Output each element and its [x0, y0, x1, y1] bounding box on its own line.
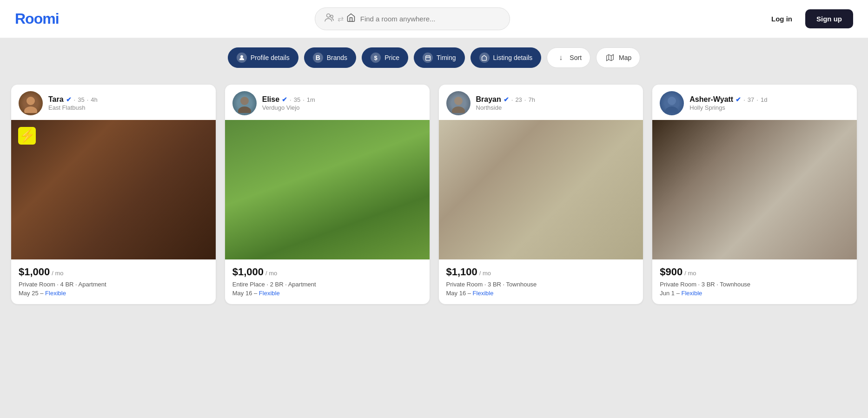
- listing-image-elise: [225, 120, 430, 259]
- dates-elise: May 16 – Flexible: [232, 290, 422, 297]
- filter-map[interactable]: Map: [596, 47, 640, 68]
- svg-point-10: [27, 97, 35, 105]
- listing-card-asher[interactable]: Asher-Wyatt ✔ · 37 · 1d Holly Springs $9…: [652, 85, 857, 304]
- map-icon: [605, 53, 615, 63]
- filter-brands-label: Brands: [327, 54, 347, 61]
- price-brayan: $1,100: [446, 266, 477, 278]
- svg-point-17: [665, 106, 678, 113]
- age-elise: 35: [294, 96, 300, 103]
- profile-icon: [237, 53, 247, 63]
- filter-bar: Profile details B Brands $ Price Timing …: [0, 38, 868, 77]
- flexible-elise[interactable]: Flexible: [259, 290, 280, 297]
- verified-icon-tara: ✔: [66, 96, 72, 103]
- avatar-brayan: [446, 91, 470, 115]
- filter-profile[interactable]: Profile details: [228, 47, 298, 68]
- type-brayan: Private Room · 3 BR · Townhouse: [446, 281, 636, 288]
- listing-header-tara: Tara ✔ · 35 · 4h East Flatbush: [11, 85, 216, 120]
- user-info-asher: Asher-Wyatt ✔ · 37 · 1d Holly Springs: [689, 95, 767, 111]
- verified-icon-brayan: ✔: [504, 96, 509, 103]
- svg-rect-3: [425, 56, 430, 60]
- listing-details-asher: $900 / mo Private Room · 3 BR · Townhous…: [652, 259, 857, 304]
- listing-header-brayan: Brayan ✔ · 23 · 7h Northside: [439, 85, 643, 120]
- search-bar-icons: ⇄: [325, 13, 356, 25]
- filter-listing-label: Listing details: [493, 54, 533, 61]
- location-asher: Holly Springs: [689, 104, 767, 111]
- listing-header-elise: Elise ✔ · 35 · 1m Verdugo Viejo: [225, 85, 430, 120]
- listing-icon: [479, 53, 490, 63]
- user-name-asher: Asher-Wyatt: [689, 95, 733, 104]
- svg-point-1: [331, 15, 333, 18]
- svg-point-15: [452, 106, 465, 113]
- filter-timing[interactable]: Timing: [414, 47, 465, 68]
- user-name-elise: Elise: [262, 95, 279, 104]
- brands-icon: B: [313, 53, 323, 63]
- listings-grid: Tara ✔ · 35 · 4h East Flatbush $1,000 / …: [0, 77, 868, 323]
- home-icon: [346, 13, 356, 25]
- flexible-tara[interactable]: Flexible: [45, 290, 66, 297]
- location-tara: East Flatbush: [48, 104, 98, 111]
- avatar-asher: [660, 91, 684, 115]
- filter-brands[interactable]: B Brands: [304, 47, 356, 68]
- svg-point-0: [326, 14, 330, 17]
- dates-brayan: May 16 – Flexible: [446, 290, 636, 297]
- listing-card-tara[interactable]: Tara ✔ · 35 · 4h East Flatbush $1,000 / …: [11, 85, 216, 304]
- verified-icon-asher: ✔: [735, 96, 741, 103]
- period-asher: / mo: [684, 270, 696, 277]
- filter-sort[interactable]: ↓ Sort: [547, 47, 590, 68]
- dot-tara: ·: [74, 96, 76, 103]
- user-info-brayan: Brayan ✔ · 23 · 7h Northside: [476, 95, 535, 111]
- filter-profile-label: Profile details: [251, 54, 290, 61]
- age-asher: 37: [748, 96, 754, 103]
- dot2-tara: ·: [87, 96, 89, 103]
- flexible-brayan[interactable]: Flexible: [473, 290, 494, 297]
- type-asher: Private Room · 3 BR · Townhouse: [660, 281, 849, 288]
- filter-price[interactable]: $ Price: [362, 47, 408, 68]
- sort-icon: ↓: [556, 53, 566, 63]
- listing-image-brayan: [439, 120, 643, 259]
- flexible-asher[interactable]: Flexible: [682, 290, 702, 297]
- header: Roomi ⇄ Log in Sign up: [0, 0, 868, 38]
- price-tara: $1,000: [19, 266, 50, 278]
- timing-icon: [423, 53, 433, 63]
- type-elise: Entire Place · 2 BR · Apartment: [232, 281, 422, 288]
- swap-icon: ⇄: [338, 14, 344, 23]
- svg-point-11: [24, 106, 37, 113]
- time-elise: 1m: [307, 96, 315, 103]
- signup-button[interactable]: Sign up: [805, 9, 853, 28]
- price-icon: $: [371, 53, 381, 63]
- location-brayan: Northside: [476, 104, 535, 111]
- listing-details-brayan: $1,100 / mo Private Room · 3 BR · Townho…: [439, 259, 643, 304]
- period-brayan: / mo: [479, 270, 491, 277]
- svg-point-2: [240, 55, 243, 58]
- listing-card-elise[interactable]: Elise ✔ · 35 · 1m Verdugo Viejo $1,000 /…: [225, 85, 430, 304]
- avatar-tara: [19, 91, 43, 115]
- listing-details-tara: $1,000 / mo Private Room · 4 BR · Apartm…: [11, 259, 216, 304]
- filter-map-label: Map: [619, 54, 631, 61]
- people-icon: [325, 13, 335, 25]
- location-elise: Verdugo Viejo: [262, 104, 315, 111]
- listing-header-asher: Asher-Wyatt ✔ · 37 · 1d Holly Springs: [652, 85, 857, 120]
- time-tara: 4h: [91, 96, 97, 103]
- user-info-tara: Tara ✔ · 35 · 4h East Flatbush: [48, 95, 98, 111]
- filter-price-label: Price: [384, 54, 399, 61]
- period-tara: / mo: [52, 270, 63, 277]
- listing-image-tara: [11, 120, 216, 259]
- login-button[interactable]: Log in: [766, 11, 798, 27]
- listing-image-asher: [652, 120, 857, 259]
- listing-details-elise: $1,000 / mo Entire Place · 2 BR · Apartm…: [225, 259, 430, 304]
- listing-card-brayan[interactable]: Brayan ✔ · 23 · 7h Northside $1,100 / mo…: [439, 85, 643, 304]
- svg-marker-7: [607, 54, 614, 60]
- filter-sort-label: Sort: [570, 54, 582, 61]
- dates-tara: May 25 – Flexible: [19, 290, 208, 297]
- price-elise: $1,000: [232, 266, 264, 278]
- type-tara: Private Room · 4 BR · Apartment: [19, 281, 208, 288]
- filter-timing-label: Timing: [437, 54, 456, 61]
- age-tara: 35: [78, 96, 84, 103]
- time-brayan: 7h: [528, 96, 535, 103]
- time-asher: 1d: [761, 96, 767, 103]
- period-elise: / mo: [265, 270, 277, 277]
- filter-listing[interactable]: Listing details: [470, 47, 542, 68]
- search-bar: ⇄: [315, 7, 510, 30]
- search-input[interactable]: [360, 15, 500, 23]
- svg-point-16: [668, 97, 676, 105]
